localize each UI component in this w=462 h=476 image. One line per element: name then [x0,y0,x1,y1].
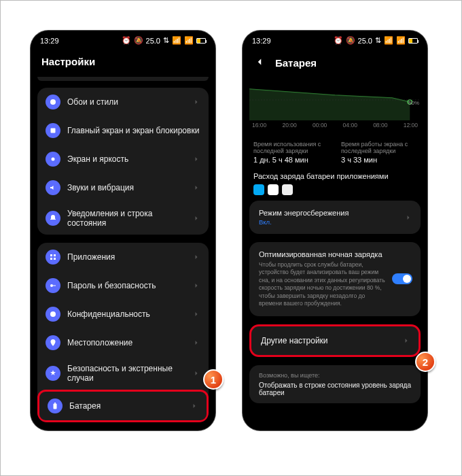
row-display[interactable]: Экран и яркость [37,145,209,173]
row-home-lock[interactable]: Главный экран и экран блокировки [37,116,209,145]
svg-rect-6 [54,258,56,260]
page-title: Батарея [275,57,317,69]
app-icon [268,184,279,195]
status-time: 13:29 [252,37,271,45]
page-title: Настройки [31,48,215,77]
chevron-right-icon [192,369,200,377]
chart-x-ticks: 16:0020:00 00:0004:00 08:0012:00 [249,120,421,129]
battery-chart[interactable]: 50% 16:0020:00 00:0004:00 08:0012:00 [249,80,421,133]
power-save-row[interactable]: Режим энергосбережения Вкл. [249,201,421,234]
callout-1: 1 [203,369,224,390]
row-label: Главный экран и экран блокировки [67,126,199,135]
row-label: Другие настройки [261,336,328,345]
row-sound[interactable]: Звуки и вибрация [37,173,209,202]
battery-icon [48,398,63,413]
row-label: Безопасность и экстренные случаи [67,364,185,383]
location-icon [46,335,60,350]
row-label: Пароль и безопасность [67,281,156,290]
back-icon[interactable] [253,56,266,70]
row-label: Режим энергосбережения [259,209,411,217]
chevron-right-icon [192,282,200,290]
palette-icon [46,95,60,109]
svg-rect-10 [54,404,57,409]
chevron-right-icon [192,98,200,106]
row-apps[interactable]: Приложения [37,243,209,271]
metric-label: Время работы экрана с последней зарядки [341,141,416,154]
svg-rect-1 [51,129,56,133]
bell-icon [46,211,60,226]
row-label: Оптимизированная ночная зарядка [259,250,388,258]
brightness-icon [46,152,60,167]
metric-value: 3 ч 33 мин [341,156,416,164]
row-label: Местоположение [67,338,132,347]
emergency-icon [46,366,60,381]
search-hint[interactable]: Возможно, вы ищете: Отображать в строке … [249,365,421,403]
status-time: 13:29 [40,37,59,45]
hint-label: Возможно, вы ищете: [259,372,411,379]
row-password[interactable]: Пароль и безопасность [37,271,209,300]
status-bar: 13:29 ⏰🔕25.0 ⇅📶📶 [243,31,427,48]
row-label: Приложения [67,252,115,262]
battery-metrics: Время использования с последней зарядки … [243,138,427,171]
svg-point-7 [50,284,53,287]
svg-point-0 [50,99,56,105]
row-notifications[interactable]: Уведомления и строка состояния [37,202,209,235]
phone-settings: 13:29 ⏰🔕25.0 ⇅📶📶 Настройки Обои и стили … [31,31,215,430]
usage-label: Расход заряда батареи приложениями [253,172,416,180]
night-charge-row[interactable]: Оптимизированная ночная зарядка Чтобы пр… [249,242,421,316]
page-header: Батарея [243,48,427,80]
row-safety[interactable]: Безопасность и экстренные случаи [37,357,209,390]
app-icons [253,184,416,195]
svg-rect-3 [50,254,52,256]
chart-y-label: 50% [408,100,419,106]
sound-icon [46,180,60,195]
battery-icon [196,38,206,44]
hint-text: Отображать в строке состояния уровень за… [259,381,411,396]
chevron-right-icon [192,184,200,192]
row-status: Вкл. [259,218,411,226]
row-wallpaper[interactable]: Обои и стили [37,88,209,116]
row-battery[interactable]: Батарея [37,390,209,422]
status-icons: ⏰🔕25.0 ⇅📶📶 [122,36,206,45]
chevron-right-icon [192,310,200,318]
row-label: Звуки и вибрация [67,183,134,192]
chevron-right-icon [192,253,200,261]
svg-rect-5 [50,258,52,260]
home-icon [46,123,60,138]
row-label: Обои и стили [67,97,118,107]
privacy-icon [46,307,60,322]
apps-icon [46,250,60,265]
svg-rect-4 [54,254,56,256]
row-label: Уведомления и строка состояния [67,209,185,228]
row-label: Экран и яркость [67,154,128,164]
card-partial-top [37,77,209,81]
chevron-right-icon [190,402,198,410]
chevron-right-icon [192,339,200,347]
row-privacy[interactable]: Конфиденциальность [37,300,209,328]
svg-rect-8 [53,286,56,286]
app-usage-row[interactable]: Расход заряда батареи приложениями [243,171,427,201]
svg-rect-11 [54,403,56,404]
phone-battery: 13:29 ⏰🔕25.0 ⇅📶📶 Батарея 50% 16:0020:00 … [243,31,427,430]
app-icon [253,184,264,195]
settings-group-display: Обои и стили Главный экран и экран блоки… [37,88,209,235]
settings-group-system: Приложения Пароль и безопасность Конфиде… [37,243,209,422]
row-label: Батарея [69,401,101,411]
svg-point-2 [52,158,55,161]
metric-value: 1 дн. 5 ч 48 мин [253,156,329,164]
chevron-right-icon [192,214,200,222]
chevron-right-icon [402,337,410,345]
key-icon [46,278,60,293]
metric-label: Время использования с последней зарядки [253,141,329,154]
toggle-switch[interactable] [392,273,412,284]
status-bar: 13:29 ⏰🔕25.0 ⇅📶📶 [31,31,215,48]
callout-2: 2 [415,352,436,372]
row-description: Чтобы продлить срок службы батареи, устр… [259,261,388,308]
row-location[interactable]: Местоположение [37,328,209,357]
other-settings-row[interactable]: Другие настройки [249,324,421,357]
chevron-right-icon [404,214,412,222]
svg-point-9 [50,311,56,317]
app-icon [282,184,293,195]
battery-icon [408,38,418,44]
chevron-right-icon [192,155,200,163]
